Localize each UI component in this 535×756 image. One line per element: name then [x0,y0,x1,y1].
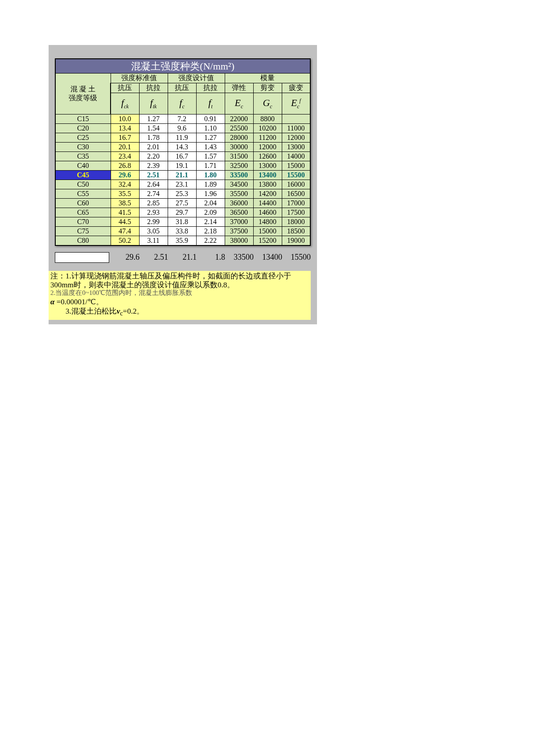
table-row: C7547.43.0533.82.18375001500018500 [55,226,310,236]
table-row: C2013.41.549.61.10255001020011000 [55,123,310,133]
cell-fck: 26.8 [111,161,139,170]
cell-fck: 23.4 [111,151,139,161]
symbol-Ecf: Ecf [282,93,310,114]
cell-fck: 16.7 [111,133,139,142]
cell-fc: 9.6 [168,123,196,133]
out-fc: 21.1 [168,253,197,262]
cell-fck: 32.4 [111,180,139,189]
cell-Ec: 32500 [225,161,253,170]
cell-fck: 13.4 [111,123,139,133]
cell-Gc: 12000 [253,142,282,151]
cell-Ec: 37000 [225,217,253,226]
cell-grade: C65 [55,208,111,217]
cell-Ec: 36500 [225,208,253,217]
note-3: 3.混凝土泊松比νc=0.2。 [50,307,309,317]
col-group-design: 强度设计值 [168,73,225,83]
cell-Ecf: 11000 [282,123,310,133]
cell-ftk: 2.39 [139,161,168,170]
cell-ft: 2.04 [196,198,225,208]
table-row: C5535.52.7425.31.96355001420016500 [55,189,310,198]
cell-ftk: 2.20 [139,151,168,161]
cell-grade: C75 [55,226,111,236]
symbol-ftk: ftk [139,93,168,114]
out-Ec: 33500 [225,253,254,262]
cell-Gc: 14200 [253,189,282,198]
cell-Ec: 33500 [225,170,253,180]
symbol-fc: fc [168,93,196,114]
cell-Gc: 13800 [253,180,282,189]
cell-Ec: 28000 [225,133,253,142]
cell-ft: 1.80 [196,170,225,180]
note-1: 注：1.计算现浇钢筋混凝土轴压及偏压构件时，如截面的长边或直径小于300mm时，… [50,272,309,290]
cell-fck: 41.5 [111,208,139,217]
cell-ft: 2.18 [196,226,225,236]
table-row: C7044.52.9931.82.14370001480018000 [55,217,310,226]
cell-Ecf: 17000 [282,198,310,208]
cell-Gc: 12600 [253,151,282,161]
cell-ft: 1.27 [196,133,225,142]
cell-Ecf: 12000 [282,133,310,142]
cell-fc: 27.5 [168,198,196,208]
symbol-ft: ft [196,93,225,114]
cell-grade: C40 [55,161,111,170]
cell-fck: 44.5 [111,217,139,226]
cell-grade: C60 [55,198,111,208]
table-row: C3523.42.2016.71.57315001260014000 [55,151,310,161]
cell-Ecf [282,114,310,123]
row-header-grade: 混 凝 土 强度等级 [55,73,111,114]
cell-ft: 1.57 [196,151,225,161]
cell-Gc: 15200 [253,236,282,245]
table-row: C4026.82.3919.11.71325001300015000 [55,161,310,170]
cell-fck: 29.6 [111,170,139,180]
cell-grade: C15 [55,114,111,123]
cell-Ecf: 13000 [282,142,310,151]
cell-fck: 50.2 [111,236,139,245]
selected-grade-input[interactable] [55,252,109,263]
cell-fc: 21.1 [168,170,196,180]
cell-Ec: 34500 [225,180,253,189]
cell-fc: 19.1 [168,161,196,170]
table-row: C4529.62.5121.11.80335001340015500 [55,170,310,180]
cell-grade: C45 [55,170,111,180]
cell-Gc: 14400 [253,198,282,208]
cell-fc: 23.1 [168,180,196,189]
content-panel: 混凝土强度种类(N/mm²) 混 凝 土 强度等级 强度标准值 强度设计值 模量… [49,45,317,324]
note-2-garbled: 2.当温度在0~100℃范围内时，混凝土线膨胀系数 [50,289,309,297]
cell-fc: 16.7 [168,151,196,161]
table-row: C5032.42.6423.11.89345001380016000 [55,180,310,189]
cell-Ecf: 19000 [282,236,310,245]
cell-ftk: 2.51 [139,170,168,180]
cell-ft: 2.14 [196,217,225,226]
cell-fc: 11.9 [168,133,196,142]
table-row: C1510.01.277.20.91220008800 [55,114,310,123]
cell-Ecf: 17500 [282,208,310,217]
cell-ftk: 1.54 [139,123,168,133]
cell-ft: 0.91 [196,114,225,123]
cell-ftk: 2.99 [139,217,168,226]
cell-ft: 1.89 [196,180,225,189]
col-shear: 剪变 [253,83,282,93]
table-row: C2516.71.7811.91.27280001120012000 [55,133,310,142]
cell-ft: 1.10 [196,123,225,133]
cell-ft: 2.09 [196,208,225,217]
cell-fc: 7.2 [168,114,196,123]
cell-grade: C35 [55,151,111,161]
cell-fc: 33.8 [168,226,196,236]
cell-Ec: 22000 [225,114,253,123]
cell-ftk: 2.64 [139,180,168,189]
cell-Gc: 13000 [253,161,282,170]
cell-Ec: 30000 [225,142,253,151]
cell-Gc: 8800 [253,114,282,123]
cell-fck: 35.5 [111,189,139,198]
cell-Gc: 14800 [253,217,282,226]
out-ft: 1.8 [197,253,225,262]
cell-grade: C25 [55,133,111,142]
out-Gc: 13400 [254,253,282,262]
cell-Ec: 31500 [225,151,253,161]
cell-grade: C80 [55,236,111,245]
cell-Gc: 11200 [253,133,282,142]
cell-grade: C20 [55,123,111,133]
out-ftk: 2.51 [140,253,168,262]
cell-ftk: 1.78 [139,133,168,142]
cell-ftk: 3.05 [139,226,168,236]
